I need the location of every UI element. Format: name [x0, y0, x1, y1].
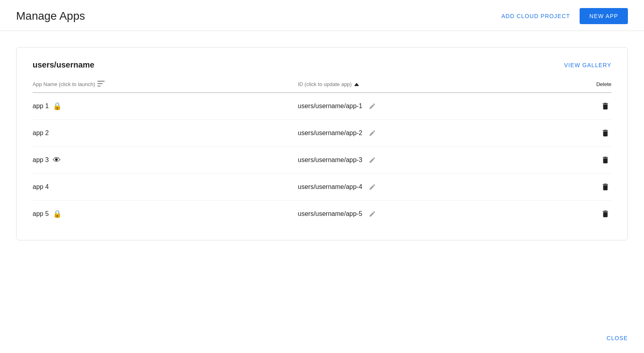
app-name-label: app 4 [33, 183, 49, 191]
svg-rect-0 [97, 81, 105, 82]
app-id-label: users/username/app-1 [298, 103, 362, 110]
sort-filter-icon[interactable] [97, 81, 105, 88]
col-header-delete: Delete [563, 81, 611, 87]
delete-cell [563, 100, 611, 112]
table-row: app 3 👁 users/username/app-3 [33, 147, 611, 174]
main-content: users/username VIEW GALLERY App Name (cl… [0, 31, 644, 257]
app-name-cell[interactable]: app 4 [33, 183, 298, 191]
delete-cell [563, 208, 611, 220]
app-id-cell[interactable]: users/username/app-5 [298, 209, 563, 219]
app-id-cell[interactable]: users/username/app-1 [298, 101, 563, 111]
table-body: app 1 🔒 users/username/app-1 [33, 93, 611, 227]
app-id-label: users/username/app-5 [298, 210, 362, 218]
app-name-cell[interactable]: app 5 🔒 [33, 209, 298, 218]
footer: CLOSE [607, 335, 628, 342]
lock-icon: 🔒 [53, 102, 62, 111]
app-id-cell[interactable]: users/username/app-2 [298, 128, 563, 138]
edit-app-button[interactable] [367, 209, 378, 219]
app-name-label: app 2 [33, 129, 49, 137]
app-id-cell[interactable]: users/username/app-4 [298, 182, 563, 192]
card-title: users/username [33, 60, 94, 70]
edit-app-button[interactable] [367, 155, 378, 165]
app-id-label: users/username/app-4 [298, 183, 362, 191]
table-header: App Name (click to launch) ID (click to … [33, 81, 611, 93]
app-name-label: app 1 [33, 103, 49, 110]
edit-app-button[interactable] [367, 128, 378, 138]
edit-app-button[interactable] [367, 182, 378, 192]
add-cloud-project-link[interactable]: ADD CLOUD PROJECT [502, 13, 570, 19]
app-name-cell[interactable]: app 2 [33, 129, 298, 137]
delete-cell [563, 154, 611, 166]
view-gallery-link[interactable]: VIEW GALLERY [564, 62, 611, 68]
lock-icon: 🔒 [53, 209, 62, 218]
delete-app-button[interactable] [599, 100, 611, 112]
col-header-id: ID (click to update app) [298, 81, 563, 87]
delete-app-button[interactable] [599, 181, 611, 193]
page-title: Manage Apps [16, 10, 85, 23]
app-id-label: users/username/app-3 [298, 156, 362, 164]
table-row: app 1 🔒 users/username/app-1 [33, 93, 611, 120]
app-name-label: app 3 [33, 156, 49, 164]
app-id-label: users/username/app-2 [298, 129, 362, 137]
svg-rect-2 [97, 86, 101, 86]
sort-asc-icon [354, 83, 359, 86]
page-header: Manage Apps ADD CLOUD PROJECT NEW APP [0, 0, 644, 31]
delete-app-button[interactable] [599, 127, 611, 139]
delete-cell [563, 181, 611, 193]
table-row: app 4 users/username/app-4 [33, 174, 611, 201]
edit-app-button[interactable] [367, 101, 378, 111]
svg-rect-1 [97, 83, 103, 84]
delete-cell [563, 127, 611, 139]
card-header: users/username VIEW GALLERY [33, 60, 611, 70]
app-name-label: app 5 [33, 210, 49, 218]
col-header-app-name: App Name (click to launch) [33, 81, 298, 88]
table-row: app 2 users/username/app-2 [33, 120, 611, 147]
table-row: app 5 🔒 users/username/app-5 [33, 201, 611, 227]
app-card: users/username VIEW GALLERY App Name (cl… [16, 47, 628, 240]
delete-app-button[interactable] [599, 154, 611, 166]
new-app-button[interactable]: NEW APP [580, 8, 628, 24]
app-name-cell[interactable]: app 1 🔒 [33, 102, 298, 111]
delete-app-button[interactable] [599, 208, 611, 220]
header-actions: ADD CLOUD PROJECT NEW APP [502, 8, 628, 24]
app-id-cell[interactable]: users/username/app-3 [298, 155, 563, 165]
close-link[interactable]: CLOSE [607, 335, 628, 341]
eye-icon: 👁 [53, 156, 61, 165]
app-name-cell[interactable]: app 3 👁 [33, 156, 298, 165]
